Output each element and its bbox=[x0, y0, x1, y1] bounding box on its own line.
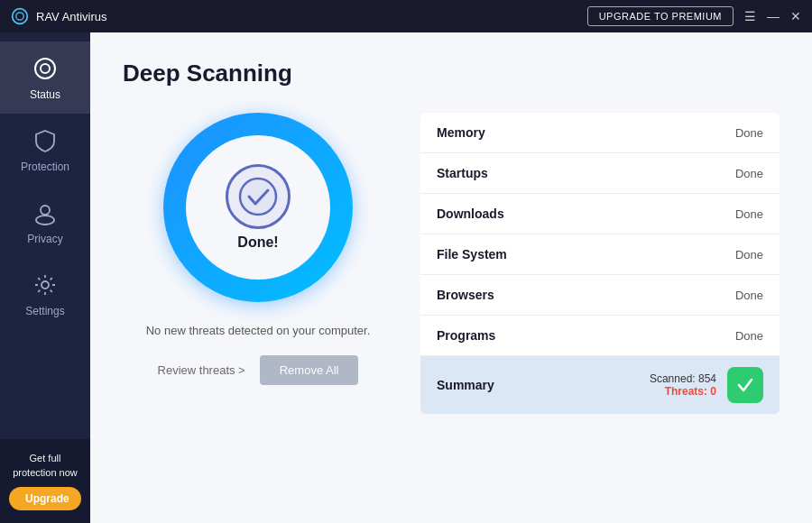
app-body: Status Protection Privacy bbox=[0, 32, 812, 523]
done-label: Done! bbox=[237, 234, 278, 251]
summary-right: Scanned: 854 Threats: 0 bbox=[650, 367, 763, 403]
protection-icon bbox=[31, 126, 60, 155]
result-row-filesystem: File System Done bbox=[420, 234, 780, 275]
content-grid: Done! No new threats detected on your co… bbox=[123, 113, 780, 414]
result-status-startups: Done bbox=[735, 167, 763, 180]
upgrade-button[interactable]: Upgrade bbox=[9, 487, 81, 510]
result-status-programs: Done bbox=[735, 329, 763, 343]
result-row-memory: Memory Done bbox=[420, 113, 780, 153]
status-icon bbox=[31, 54, 60, 83]
result-row-downloads: Downloads Done bbox=[420, 194, 780, 234]
svg-point-6 bbox=[42, 281, 49, 289]
svg-point-1 bbox=[16, 13, 23, 20]
sidebar-label-settings: Settings bbox=[25, 305, 64, 317]
checkmark-icon-wrapper bbox=[226, 164, 291, 229]
sidebar-item-privacy[interactable]: Privacy bbox=[0, 186, 90, 258]
sidebar-upgrade-section: Get full protection now Upgrade bbox=[0, 439, 90, 523]
result-row-browsers: Browsers Done bbox=[420, 275, 780, 316]
settings-icon bbox=[31, 271, 60, 299]
scanned-count: Scanned: 854 bbox=[650, 372, 716, 385]
sidebar: Status Protection Privacy bbox=[0, 32, 90, 523]
scan-panel: Done! No new threats detected on your co… bbox=[123, 113, 393, 385]
svg-point-7 bbox=[240, 179, 276, 215]
result-label-startups: Startups bbox=[437, 166, 488, 180]
titlebar: RAV Antivirus UPGRADE TO PREMIUM ☰ — ✕ bbox=[0, 0, 812, 32]
menu-button[interactable]: ☰ bbox=[744, 10, 756, 23]
summary-check-button[interactable] bbox=[727, 367, 763, 403]
svg-point-0 bbox=[13, 9, 28, 24]
titlebar-controls: ☰ — ✕ bbox=[744, 10, 801, 23]
privacy-icon bbox=[31, 198, 60, 227]
result-status-downloads: Done bbox=[735, 207, 763, 221]
upgrade-text: Get full protection now bbox=[7, 452, 83, 480]
sidebar-label-protection: Protection bbox=[21, 161, 69, 173]
checkmark-icon bbox=[238, 177, 278, 216]
result-label-browsers: Browsers bbox=[437, 288, 494, 302]
check-icon bbox=[735, 375, 755, 395]
scan-circle-wrapper: Done! bbox=[163, 113, 353, 302]
result-label-filesystem: File System bbox=[437, 247, 507, 262]
remove-all-button[interactable]: Remove All bbox=[260, 355, 359, 385]
svg-point-3 bbox=[41, 64, 50, 73]
result-label-downloads: Downloads bbox=[437, 206, 504, 221]
sidebar-item-protection[interactable]: Protection bbox=[0, 114, 90, 186]
titlebar-left: RAV Antivirus bbox=[11, 7, 107, 25]
result-row-programs: Programs Done bbox=[420, 316, 780, 356]
scan-circle-inner: Done! bbox=[186, 135, 330, 280]
main-content: Deep Scanning Done! bbox=[90, 32, 812, 523]
summary-row: Summary Scanned: 854 Threats: 0 bbox=[420, 356, 780, 414]
sidebar-label-status: Status bbox=[30, 88, 60, 101]
scan-circle-outer: Done! bbox=[163, 113, 353, 302]
page-title: Deep Scanning bbox=[123, 60, 780, 87]
no-threats-text: No new threats detected on your computer… bbox=[146, 324, 371, 337]
summary-stats: Scanned: 854 Threats: 0 bbox=[650, 372, 716, 398]
sidebar-item-status[interactable]: Status bbox=[0, 41, 90, 114]
threats-count: Threats: 0 bbox=[665, 385, 716, 398]
svg-point-4 bbox=[41, 206, 50, 215]
result-label-programs: Programs bbox=[437, 328, 495, 343]
upgrade-premium-button[interactable]: UPGRADE TO PREMIUM bbox=[587, 6, 734, 26]
result-label-memory: Memory bbox=[437, 125, 485, 140]
summary-label: Summary bbox=[437, 378, 494, 392]
close-button[interactable]: ✕ bbox=[790, 10, 801, 23]
rav-logo-icon bbox=[11, 7, 29, 25]
sidebar-label-privacy: Privacy bbox=[27, 233, 62, 245]
app-title: RAV Antivirus bbox=[36, 10, 107, 23]
action-row: Review threats > Remove All bbox=[158, 355, 359, 385]
titlebar-right: UPGRADE TO PREMIUM ☰ — ✕ bbox=[587, 6, 801, 26]
sidebar-item-settings[interactable]: Settings bbox=[0, 258, 90, 330]
minimize-button[interactable]: — bbox=[767, 10, 780, 23]
result-status-memory: Done bbox=[735, 126, 763, 140]
result-status-browsers: Done bbox=[735, 289, 763, 302]
result-row-startups: Startups Done bbox=[420, 153, 780, 194]
result-status-filesystem: Done bbox=[735, 248, 763, 262]
review-threats-button[interactable]: Review threats > bbox=[158, 363, 245, 377]
svg-point-5 bbox=[36, 216, 54, 225]
svg-point-2 bbox=[35, 59, 55, 78]
results-panel: Memory Done Startups Done Downloads Done… bbox=[420, 113, 780, 414]
